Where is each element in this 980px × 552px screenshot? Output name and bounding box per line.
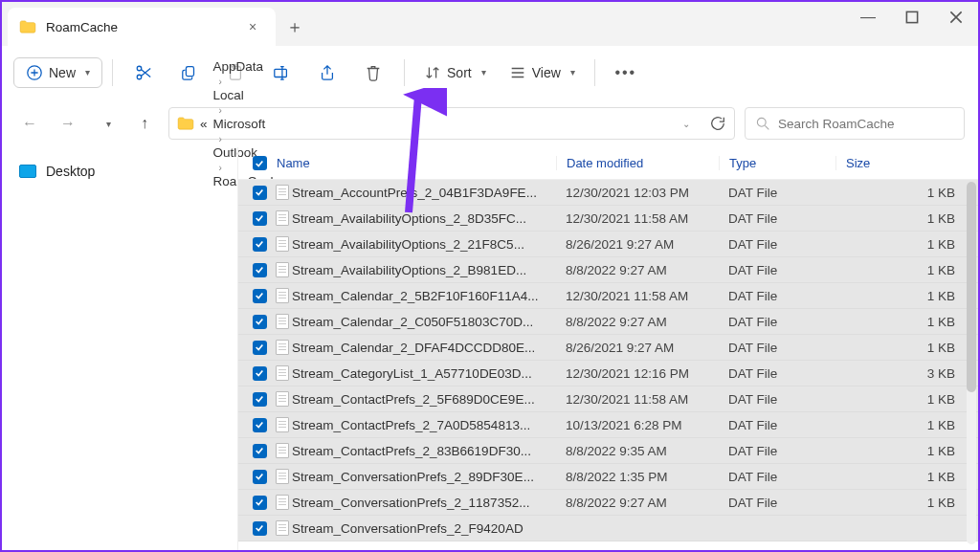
toolbar: New ▾ Sort ▾ View ▾ ••• — [2, 46, 978, 99]
table-row[interactable]: Stream_ContactPrefs_2_83B6619DF30...8/8/… — [238, 438, 978, 464]
toolbar-separator — [112, 59, 113, 86]
row-checkbox[interactable] — [253, 289, 267, 303]
close-tab-button[interactable]: × — [243, 17, 262, 36]
forward-button[interactable]: → — [54, 109, 82, 138]
file-size: 1 KB — [835, 444, 978, 458]
table-row[interactable]: Stream_AvailabilityOptions_2_B981ED...8/… — [238, 257, 978, 283]
table-row[interactable]: Stream_ContactPrefs_2_5F689D0CE9E...12/3… — [238, 386, 978, 412]
row-checkbox[interactable] — [253, 392, 267, 407]
file-type: DAT File — [719, 366, 835, 381]
file-name: Stream_ContactPrefs_2_7A0D5854813... — [292, 418, 556, 432]
select-all-checkbox[interactable] — [253, 156, 267, 170]
file-date: 8/8/2022 1:35 PM — [556, 470, 719, 484]
file-date: 8/8/2022 9:27 AM — [556, 315, 719, 329]
file-type: DAT File — [719, 237, 835, 252]
file-name: Stream_ConversationPrefs_2_F9420AD — [292, 521, 556, 536]
row-checkbox[interactable] — [253, 470, 267, 484]
cut-button[interactable] — [122, 55, 165, 90]
file-type: DAT File — [719, 470, 835, 484]
scrollbar[interactable] — [967, 182, 976, 544]
file-type: DAT File — [719, 418, 835, 432]
view-icon — [509, 64, 526, 81]
table-row[interactable]: Stream_AvailabilityOptions_2_21F8C5...8/… — [238, 232, 978, 257]
breadcrumb-segment[interactable]: Local — [213, 88, 285, 102]
table-row[interactable]: Stream_ConversationPrefs_2_F9420AD — [238, 516, 978, 541]
file-icon — [276, 495, 289, 510]
file-size: 1 KB — [835, 263, 978, 277]
copy-button[interactable] — [168, 55, 211, 90]
chevron-down-icon[interactable]: ⌄ — [682, 119, 690, 129]
minimize-button[interactable]: — — [846, 2, 890, 33]
row-checkbox[interactable] — [253, 341, 267, 355]
table-row[interactable]: Stream_Calendar_2_DFAF4DCCDD80E...8/26/2… — [238, 335, 978, 361]
refresh-icon[interactable] — [709, 115, 726, 132]
file-date: 8/26/2021 9:27 AM — [556, 237, 719, 252]
file-icon — [276, 340, 289, 355]
file-date: 12/30/2021 11:58 AM — [556, 289, 719, 303]
column-type[interactable]: Type — [719, 156, 835, 170]
search-box[interactable] — [745, 107, 965, 140]
file-icon — [276, 210, 289, 226]
view-button[interactable]: View ▾ — [500, 58, 585, 87]
table-row[interactable]: Stream_ConversationPrefs_2_1187352...8/8… — [238, 490, 978, 516]
more-button[interactable]: ••• — [605, 55, 647, 90]
title-bar: RoamCache × ＋ — — [2, 2, 978, 46]
row-checkbox[interactable] — [253, 366, 267, 381]
new-tab-button[interactable]: ＋ — [276, 8, 314, 46]
share-button[interactable] — [306, 55, 348, 90]
delete-button[interactable] — [352, 55, 394, 90]
back-button[interactable]: ← — [15, 109, 44, 138]
file-size: 1 KB — [835, 237, 978, 252]
file-date: 10/13/2021 6:28 PM — [556, 418, 719, 432]
breadcrumb-segment[interactable]: AppData — [213, 59, 285, 74]
scrollbar-thumb[interactable] — [967, 182, 976, 392]
column-size[interactable]: Size — [835, 156, 978, 170]
recent-button[interactable]: ▾ — [92, 109, 121, 138]
file-name: Stream_AccountPrefs_2_04B1F3DA9FE... — [292, 186, 556, 200]
table-row[interactable]: Stream_CategoryList_1_A57710DE03D...12/3… — [238, 361, 978, 386]
close-window-button[interactable] — [934, 2, 978, 33]
row-checkbox[interactable] — [253, 521, 267, 536]
table-row[interactable]: Stream_AvailabilityOptions_2_8D35FC...12… — [238, 206, 978, 232]
table-row[interactable]: Stream_Calendar_2_5B2F10F160F11A4...12/3… — [238, 283, 978, 309]
address-bar[interactable]: « AppData›Local›Microsoft›Outlook›RoamCa… — [168, 107, 735, 140]
chevron-down-icon: ▾ — [85, 67, 90, 77]
search-input[interactable] — [778, 117, 954, 131]
breadcrumb-prefix: « — [200, 117, 208, 131]
file-icon — [276, 185, 289, 200]
svg-point-3 — [137, 66, 142, 71]
row-checkbox[interactable] — [253, 211, 267, 226]
column-date[interactable]: Date modified — [556, 156, 719, 170]
row-checkbox[interactable] — [253, 315, 267, 329]
svg-rect-0 — [906, 11, 917, 22]
maximize-button[interactable] — [890, 2, 934, 33]
table-row[interactable]: Stream_ContactPrefs_2_7A0D5854813...10/1… — [238, 412, 978, 438]
file-name: Stream_CategoryList_1_A57710DE03D... — [292, 366, 556, 381]
column-name[interactable]: Name — [273, 156, 556, 170]
row-checkbox[interactable] — [253, 186, 267, 200]
row-checkbox[interactable] — [253, 237, 267, 252]
file-icon — [276, 262, 289, 277]
more-icon: ••• — [614, 64, 636, 81]
file-size: 1 KB — [835, 392, 978, 407]
file-size: 1 KB — [835, 211, 978, 226]
row-checkbox[interactable] — [253, 496, 267, 510]
file-date: 12/30/2021 11:58 AM — [556, 392, 719, 407]
row-checkbox[interactable] — [253, 263, 267, 277]
up-button[interactable]: ↑ — [130, 109, 159, 138]
share-icon — [319, 64, 336, 81]
file-name: Stream_Calendar_2_C050F51803C70D... — [292, 315, 556, 329]
row-checkbox[interactable] — [253, 418, 267, 432]
table-row[interactable]: Stream_ConversationPrefs_2_89DF30E...8/8… — [238, 464, 978, 490]
file-size: 1 KB — [835, 186, 978, 200]
new-button[interactable]: New ▾ — [13, 57, 102, 88]
window-tab[interactable]: RoamCache × — [8, 8, 276, 46]
table-row[interactable]: Stream_Calendar_2_C050F51803C70D...8/8/2… — [238, 309, 978, 335]
breadcrumb-segment[interactable]: Microsoft — [213, 117, 285, 131]
toolbar-separator — [404, 59, 405, 86]
table-row[interactable]: Stream_AccountPrefs_2_04B1F3DA9FE...12/3… — [238, 180, 978, 206]
sort-button[interactable]: Sort ▾ — [414, 58, 496, 87]
sidebar-item-desktop[interactable]: Desktop — [11, 155, 228, 188]
row-checkbox[interactable] — [253, 444, 267, 458]
file-type: DAT File — [719, 289, 835, 303]
